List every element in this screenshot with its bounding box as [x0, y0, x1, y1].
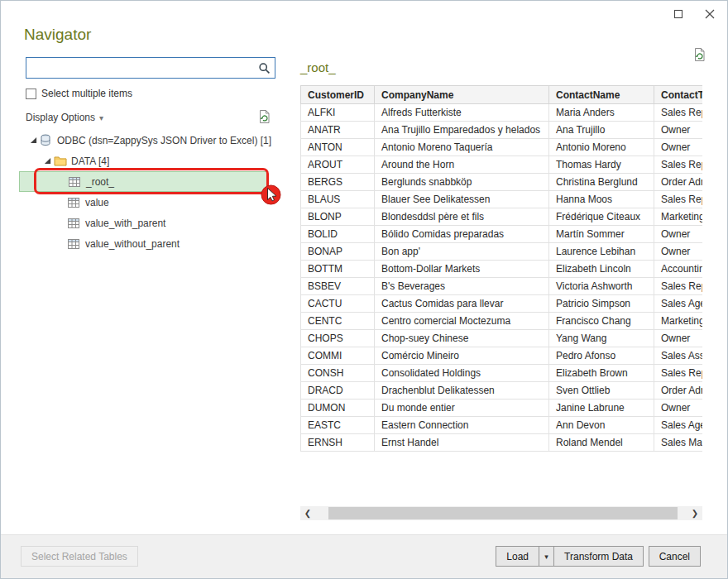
tree-item-label: ODBC (dsn=ZappySys JSON Driver to Excel)…	[57, 135, 271, 146]
display-options-label: Display Options	[26, 112, 95, 123]
table-icon	[68, 218, 85, 228]
table-row: EASTCEastern ConnectionAnn DevonSales Ag…	[301, 417, 703, 434]
table-cell: COMMI	[301, 347, 375, 365]
column-header: ContactTitle	[654, 86, 703, 104]
column-header: CompanyName	[375, 86, 549, 104]
table-cell: Order Adm	[654, 174, 703, 191]
table-cell: Victoria Ashworth	[549, 278, 654, 295]
maximize-button[interactable]	[669, 6, 687, 22]
table-cell: Accounting	[654, 261, 703, 278]
table-cell: AROUT	[301, 156, 375, 174]
table-cell: BLONP	[301, 208, 375, 226]
cancel-button[interactable]: Cancel	[649, 546, 701, 567]
table-row: CENTCCentro comercial MoctezumaFrancisco…	[301, 313, 703, 330]
tree-item-value[interactable]: value	[19, 192, 267, 213]
table-row: ANTONAntonio Moreno TaqueríaAntonio More…	[301, 139, 703, 156]
table-cell: ANTON	[301, 139, 375, 156]
table-cell: Comércio Mineiro	[375, 347, 549, 365]
table-row: CONSHConsolidated HoldingsElizabeth Brow…	[301, 365, 703, 382]
preview-refresh-icon[interactable]	[692, 47, 707, 66]
database-icon	[40, 134, 57, 146]
column-header: ContactName	[549, 86, 654, 104]
load-dropdown-button[interactable]: ▾	[539, 546, 554, 567]
table-cell: Cactus Comidas para llevar	[375, 295, 549, 313]
expanded-arrow-icon[interactable]	[27, 136, 40, 144]
table-cell: Sales Agent	[654, 295, 703, 313]
table-cell: ALFKI	[301, 104, 375, 122]
table-row: ERNSHErnst HandelRoland MendelSales Mana	[301, 434, 703, 452]
table-cell: Hanna Moos	[549, 191, 654, 208]
select-related-tables-button: Select Related Tables	[21, 546, 138, 567]
table-cell: BOLID	[301, 226, 375, 243]
table-cell: CENTC	[301, 313, 375, 330]
expanded-arrow-icon[interactable]	[41, 157, 54, 165]
scrollbar-thumb[interactable]	[328, 507, 678, 519]
table-body: ALFKIAlfreds FutterkisteMaria AndersSale…	[301, 104, 703, 452]
table-row: BERGSBerglunds snabbköpChristina Berglun…	[301, 174, 703, 191]
table-cell: Sales Repre	[654, 156, 703, 174]
table-cell: Sales Repre	[654, 104, 703, 122]
table-cell: Marketing I	[654, 208, 703, 226]
table-cell: CONSH	[301, 365, 375, 382]
table-cell: Sales Agent	[654, 417, 703, 434]
table-cell: Berglunds snabbköp	[375, 174, 549, 191]
tree-item-value-with-parent[interactable]: value_with_parent	[19, 213, 267, 233]
transform-data-button[interactable]: Transform Data	[553, 546, 644, 567]
table-cell: Bottom-Dollar Markets	[375, 261, 549, 278]
table-icon	[68, 198, 85, 208]
dialog-title: Navigator	[24, 26, 91, 44]
scroll-right-icon[interactable]: ❯	[687, 506, 702, 520]
table-cell: Pedro Afonso	[549, 347, 654, 365]
table-cell: Sales Assoc	[654, 347, 703, 365]
tree-item-data-4[interactable]: DATA [4]	[19, 151, 267, 171]
table-cell: Janine Labrune	[549, 400, 654, 417]
table-cell: Elizabeth Lincoln	[549, 261, 654, 278]
table-cell: Ana Trujillo Emparedados y helados	[375, 122, 549, 139]
table-row: ANATRAna Trujillo Emparedados y heladosA…	[301, 122, 703, 139]
tree-item-label: value	[85, 197, 109, 208]
table-header-row: CustomerIDCompanyNameContactNameContactT…	[301, 86, 703, 104]
horizontal-scrollbar[interactable]: ❮ ❯	[300, 506, 702, 520]
tree-item-root[interactable]: _root_	[19, 171, 267, 192]
table-cell: Sales Repre	[654, 365, 703, 382]
table-cell: Owner	[654, 122, 703, 139]
scroll-left-icon[interactable]: ❮	[300, 506, 315, 520]
table-row: DRACDDrachenblut DelikatessenSven Ottlie…	[301, 382, 703, 400]
table-cell: Alfreds Futterkiste	[375, 104, 549, 122]
close-button[interactable]	[701, 6, 719, 22]
table-cell: Frédérique Citeaux	[549, 208, 654, 226]
table-cell: Maria Anders	[549, 104, 654, 122]
table-cell: Eastern Connection	[375, 417, 549, 434]
table-cell: Chop-suey Chinese	[375, 330, 549, 347]
refresh-icon[interactable]	[257, 109, 272, 128]
load-button[interactable]: Load	[496, 546, 539, 567]
table-cell: Drachenblut Delikatessen	[375, 382, 549, 400]
preview-table: CustomerIDCompanyNameContactNameContactT…	[300, 85, 702, 452]
table-row: DUMONDu monde entierJanine LabruneOwner	[301, 400, 703, 417]
folder-icon	[54, 156, 71, 166]
tree-item-label: value_with_parent	[85, 218, 165, 229]
select-multiple-checkbox[interactable]	[26, 89, 36, 99]
table-cell: Owner	[654, 139, 703, 156]
table-cell: Ann Devon	[549, 417, 654, 434]
tree-item-odbc-dsn-zappysys-json-driver-to-excel-1[interactable]: ODBC (dsn=ZappySys JSON Driver to Excel)…	[19, 130, 267, 151]
search-input[interactable]	[26, 59, 253, 77]
table-cell: Elizabeth Brown	[549, 365, 654, 382]
table-row: BOLIDBólido Comidas preparadasMartín Som…	[301, 226, 703, 243]
table-cell: BONAP	[301, 243, 375, 261]
table-cell: B's Beverages	[375, 278, 549, 295]
table-cell: ANATR	[301, 122, 375, 139]
search-icon[interactable]	[253, 58, 275, 78]
tree-item-value-without-parent[interactable]: value_without_parent	[19, 233, 267, 254]
table-cell: Blondesddsl père et fils	[375, 208, 549, 226]
table-cell: CHOPS	[301, 330, 375, 347]
table-row: AROUTAround the HornThomas HardySales Re…	[301, 156, 703, 174]
display-options-dropdown[interactable]: Display Options ▾	[26, 112, 103, 123]
table-cell: Centro comercial Moctezuma	[375, 313, 549, 330]
table-cell: DUMON	[301, 400, 375, 417]
table-icon	[68, 239, 85, 249]
load-split-button: Load ▾	[496, 546, 554, 567]
tree-item-label: DATA [4]	[71, 156, 109, 167]
table-cell: Sven Ottlieb	[549, 382, 654, 400]
table-cell: Martín Sommer	[549, 226, 654, 243]
